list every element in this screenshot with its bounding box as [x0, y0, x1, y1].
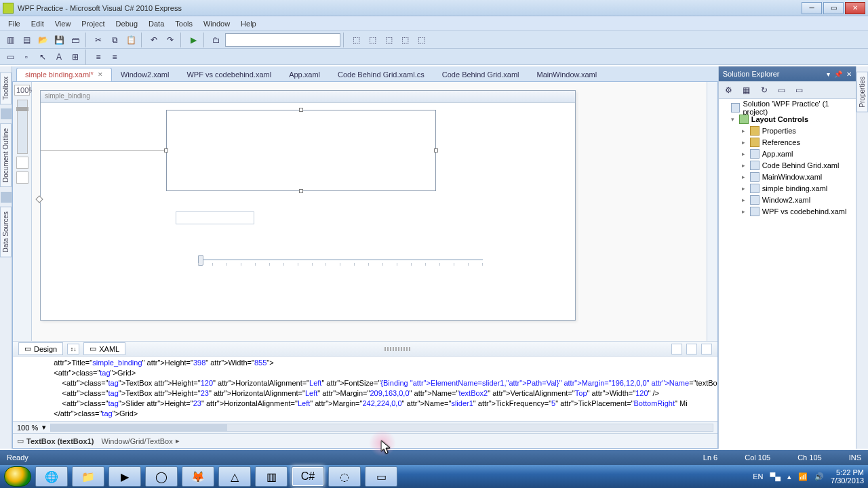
tb-btn-e[interactable]: ⬚ — [414, 33, 429, 47]
taskbar-app3[interactable]: ▭ — [365, 466, 397, 487]
pin-icon[interactable]: 📌 — [834, 70, 842, 78]
dropdown-icon[interactable]: ▾ — [827, 70, 830, 78]
menu-view[interactable]: View — [50, 18, 77, 30]
swap-panes-button[interactable]: ↕↓ — [67, 344, 79, 354]
save-button[interactable]: 💾 — [52, 33, 66, 47]
document-outline-tab[interactable]: Document Outline — [0, 123, 12, 187]
find-combo[interactable] — [225, 33, 340, 47]
fmt-btn-5[interactable]: ≡ — [91, 49, 106, 64]
xaml-icon — [750, 161, 760, 170]
taskbar-explorer[interactable]: 📁 — [72, 466, 104, 487]
split-grip[interactable] — [384, 347, 412, 351]
view-code-button[interactable]: ▭ — [774, 83, 789, 98]
solution-explorer-header[interactable]: Solution Explorer▾📌✕ — [719, 66, 856, 81]
flag-icon[interactable]: ▀▄ — [770, 472, 781, 481]
menu-file[interactable]: File — [3, 18, 26, 30]
pane-collapse-button[interactable] — [701, 344, 712, 354]
taskbar-wmp[interactable]: ▶ — [108, 466, 141, 487]
find-button[interactable]: 🗀 — [209, 33, 224, 47]
close-button[interactable]: ✕ — [845, 2, 865, 14]
zoom-slider[interactable] — [17, 100, 28, 154]
system-tray[interactable]: EN ▀▄ ▴ 📶 🔊 5:22 PM7/30/2013 — [753, 468, 864, 485]
xaml-hscrollbar[interactable] — [50, 424, 713, 432]
xaml-editor[interactable]: attr">Title="simple_binding" attr">Heigh… — [13, 356, 717, 421]
properties-tab[interactable]: Properties — [856, 72, 868, 113]
taskbar-ie[interactable]: 🌐 — [35, 466, 68, 487]
data-sources-tab[interactable]: Data Sources — [0, 207, 12, 258]
design-tab[interactable]: ▭ Design — [18, 342, 63, 355]
xaml-zoom-value[interactable]: 100 % — [17, 424, 38, 432]
tab-codebehind-xaml[interactable]: Code Behind Grid.xaml — [433, 68, 528, 81]
new-project-button[interactable]: ▥ — [3, 33, 18, 47]
taskbar-app2[interactable]: ◌ — [328, 466, 361, 487]
network-icon[interactable]: 📶 — [798, 472, 808, 481]
tray-lang[interactable]: EN — [753, 472, 763, 481]
designer-canvas[interactable]: simple_binding — [32, 82, 707, 341]
paste-button[interactable]: 📋 — [123, 33, 138, 47]
tab-app[interactable]: App.xaml — [280, 68, 329, 81]
menu-help[interactable]: Help — [235, 18, 262, 30]
menu-data[interactable]: Data — [143, 18, 170, 30]
fmt-btn-1[interactable]: ▭ — [3, 49, 18, 64]
designer-zoom-pane: 100% — [13, 82, 32, 341]
toolbox-tab[interactable]: Toolbox — [0, 72, 12, 104]
start-debug-button[interactable]: ▶ — [186, 33, 201, 47]
properties-button[interactable]: ⚙ — [722, 83, 736, 98]
menu-debug[interactable]: Debug — [111, 18, 143, 30]
copy-button[interactable]: ⧉ — [107, 33, 122, 47]
textbox1-element[interactable] — [166, 110, 436, 191]
taskbar-firefox[interactable]: 🦊 — [182, 466, 214, 487]
minimize-button[interactable]: ─ — [802, 2, 822, 14]
wpf-window-preview[interactable]: simple_binding — [40, 90, 576, 321]
taskbar-vlc[interactable]: △ — [218, 466, 251, 487]
taskbar-chrome[interactable]: ◯ — [145, 466, 178, 487]
refresh-button[interactable]: ↻ — [757, 83, 772, 98]
fmt-btn-3[interactable]: A — [52, 49, 66, 64]
pane-vertical-button[interactable] — [671, 344, 682, 354]
menu-project[interactable]: Project — [76, 18, 110, 30]
slider1-element[interactable] — [198, 253, 483, 267]
start-button[interactable] — [4, 466, 31, 487]
tab-simple-binding[interactable]: simple binding.xaml*✕ — [16, 68, 112, 81]
fmt-btn-4[interactable]: ⊞ — [68, 49, 83, 64]
tab-wpf-codebehind[interactable]: WPF vs codebehind.xaml — [178, 68, 280, 81]
zoom-value[interactable]: 100% — [14, 85, 30, 96]
pane-horizontal-button[interactable] — [686, 344, 697, 354]
close-icon[interactable]: ✕ — [846, 70, 852, 78]
tray-chevron-icon[interactable]: ▴ — [787, 472, 791, 481]
open-button[interactable]: 📂 — [35, 33, 50, 47]
tab-mainwindow[interactable]: MainWindow.xaml — [528, 68, 606, 81]
show-all-button[interactable]: ▦ — [739, 83, 754, 98]
wpf-window-title: simple_binding — [41, 91, 575, 103]
view-designer-button[interactable]: ▭ — [792, 83, 807, 98]
xaml-tab[interactable]: ▭ XAML — [83, 342, 125, 355]
undo-button[interactable]: ↶ — [146, 33, 161, 47]
solution-tree[interactable]: Solution 'WPF Practice' (1 project) ▾Lay… — [719, 99, 856, 449]
tab-codebehind-cs[interactable]: Code Behind Grid.xaml.cs — [329, 68, 433, 81]
pointer-button[interactable]: ↖ — [35, 49, 50, 64]
fmt-btn-6[interactable]: ≡ — [107, 49, 122, 64]
new-item-button[interactable]: ▤ — [19, 33, 34, 47]
save-all-button[interactable]: 🗃 — [68, 33, 83, 47]
maximize-button[interactable]: ▭ — [823, 2, 844, 14]
volume-icon[interactable]: 🔊 — [814, 472, 824, 481]
designer-vscrollbar[interactable] — [707, 82, 717, 341]
menu-window[interactable]: Window — [198, 18, 235, 30]
taskbar-app1[interactable]: ▥ — [255, 466, 288, 487]
cut-button[interactable]: ✂ — [91, 33, 106, 47]
tb-btn-a[interactable]: ⬚ — [349, 33, 363, 47]
tb-btn-d[interactable]: ⬚ — [397, 33, 412, 47]
tb-btn-b[interactable]: ⬚ — [365, 33, 380, 47]
textbox2-element[interactable] — [176, 211, 254, 224]
element-breadcrumb[interactable]: ▭ TextBox (textBox1) Window/Grid/TextBox… — [13, 433, 717, 448]
menu-edit[interactable]: Edit — [26, 18, 50, 30]
redo-button[interactable]: ↷ — [163, 33, 178, 47]
taskbar-vs[interactable]: C# — [292, 466, 324, 487]
close-icon[interactable]: ✕ — [98, 71, 103, 78]
fmt-btn-2[interactable]: ▫ — [19, 49, 34, 64]
zoom-actual-button[interactable] — [16, 171, 28, 184]
tb-btn-c[interactable]: ⬚ — [381, 33, 396, 47]
tab-window2[interactable]: Window2.xaml — [112, 68, 178, 81]
zoom-fit-button[interactable] — [16, 157, 28, 169]
menu-tools[interactable]: Tools — [170, 18, 198, 30]
